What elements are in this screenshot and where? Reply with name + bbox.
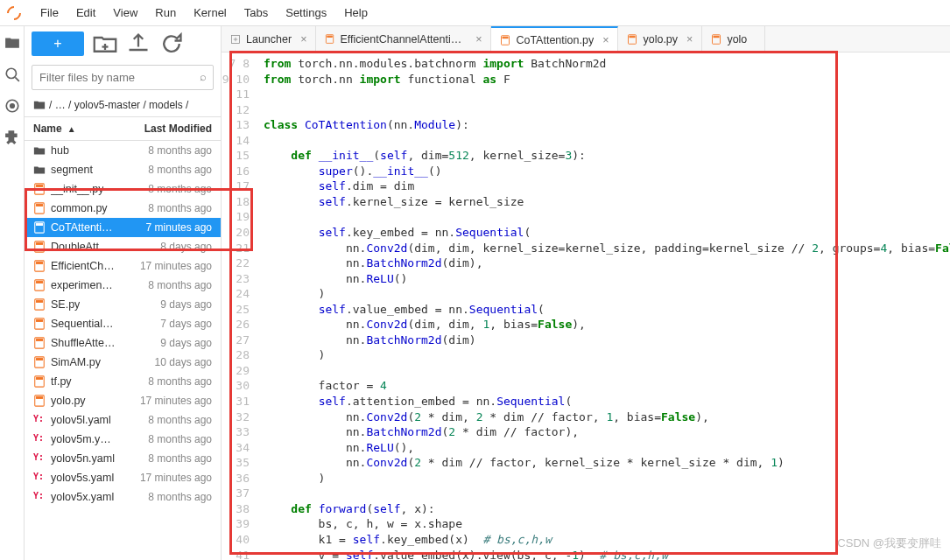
file-modified: 8 months ago — [148, 452, 212, 465]
file-modified: 8 months ago — [148, 144, 212, 157]
file-name: Sequential… — [51, 318, 114, 330]
menu-run[interactable]: Run — [146, 3, 185, 23]
breadcrumb-segment[interactable]: models — [149, 99, 183, 111]
code-editor[interactable]: 7 8 9 10 11 12 13 14 15 16 17 18 19 20 2… — [222, 52, 950, 560]
running-icon[interactable] — [4, 98, 20, 114]
file-list: hub8 months agosegment8 months ago__init… — [25, 141, 221, 560]
menu-help[interactable]: Help — [335, 3, 376, 23]
code-content[interactable]: from torch.nn.modules.batchnorm import B… — [257, 52, 950, 560]
svg-rect-25 — [37, 359, 43, 360]
search-icon[interactable] — [4, 66, 20, 82]
breadcrumb-segment[interactable]: … — [55, 99, 66, 111]
nb-icon — [33, 260, 46, 272]
menu-file[interactable]: File — [32, 3, 67, 23]
file-name: yolov5n.yaml — [51, 452, 115, 465]
file-modified: 8 months ago — [148, 375, 212, 388]
editor-tabs: Launcher×EfficientChannelAttention.py×Co… — [222, 26, 950, 52]
file-name: ShuffleAtte… — [51, 337, 115, 349]
close-icon[interactable]: × — [686, 33, 693, 46]
nb-icon — [33, 375, 46, 388]
file-row[interactable]: tf.py8 months ago — [25, 372, 221, 391]
file-row[interactable]: CoTAttenti…7 minutes ago — [25, 218, 221, 237]
editor-tab[interactable]: Launcher× — [222, 26, 316, 52]
file-modified: 8 months ago — [148, 433, 212, 445]
sidebar-toolbar: + — [25, 26, 221, 61]
file-row[interactable]: Y:yolov5s.yaml17 minutes ago — [25, 468, 221, 487]
file-row[interactable]: SimAM.py10 days ago — [25, 353, 221, 372]
file-list-header[interactable]: Name▲ Last Modified — [25, 117, 221, 141]
file-row[interactable]: Y:yolov5m.y…8 months ago — [25, 430, 221, 449]
file-row[interactable]: EfficientCh…17 minutes ago — [25, 256, 221, 276]
nb-icon — [33, 183, 46, 195]
upload-icon[interactable] — [126, 32, 151, 56]
extensions-icon[interactable] — [4, 130, 20, 145]
nb-icon — [33, 337, 46, 349]
svg-rect-38 — [630, 36, 635, 38]
breadcrumb[interactable]: / … / yolov5-master / models / — [25, 94, 221, 117]
file-row[interactable]: DoubleAtt…8 days ago — [25, 237, 221, 256]
close-icon[interactable]: × — [475, 33, 482, 46]
svg-rect-27 — [37, 378, 43, 380]
nb-icon — [33, 279, 46, 291]
folder-icon[interactable] — [4, 35, 20, 51]
file-row[interactable]: segment8 months ago — [25, 160, 221, 179]
file-name: yolov5s.yaml — [51, 472, 114, 484]
file-row[interactable]: Sequential…7 days ago — [25, 314, 221, 333]
watermark-text: CSDN @我要变胖哇 — [837, 536, 941, 551]
menu-kernel[interactable]: Kernel — [185, 3, 236, 23]
file-modified: 8 days ago — [160, 241, 212, 253]
file-row[interactable]: __init__.py8 months ago — [25, 179, 221, 199]
file-modified: 17 minutes ago — [140, 472, 212, 484]
tab-label: CoTAttention.py — [516, 34, 594, 46]
file-row[interactable]: yolo.py17 minutes ago — [25, 391, 221, 410]
editor-tab[interactable]: CoTAttention.py× — [491, 26, 618, 52]
file-row[interactable]: ShuffleAtte…9 days ago — [25, 333, 221, 353]
file-row[interactable]: hub8 months ago — [25, 141, 221, 160]
folder-icon — [33, 99, 46, 111]
file-name: tf.py — [51, 375, 72, 388]
editor-tab[interactable]: yolo.py× — [618, 26, 702, 52]
file-modified: 9 days ago — [160, 337, 212, 349]
nb-icon — [33, 356, 46, 368]
editor-tab[interactable]: EfficientChannelAttention.py× — [316, 26, 491, 52]
yaml-icon: Y: — [33, 433, 46, 445]
file-row[interactable]: experimen…8 months ago — [25, 276, 221, 295]
menu-settings[interactable]: Settings — [277, 3, 335, 23]
filter-files-input[interactable] — [32, 65, 214, 90]
menu-tabs[interactable]: Tabs — [236, 3, 277, 23]
menu-view[interactable]: View — [104, 3, 146, 23]
nb-icon — [627, 34, 637, 45]
nb-icon — [33, 318, 46, 330]
svg-rect-17 — [37, 282, 43, 284]
file-name: __init__.py — [51, 183, 103, 195]
refresh-icon[interactable] — [159, 32, 184, 56]
file-name: yolov5x.yaml — [51, 491, 114, 503]
svg-rect-9 — [37, 205, 43, 206]
file-row[interactable]: SE.py9 days ago — [25, 295, 221, 314]
menu-edit[interactable]: Edit — [67, 3, 104, 23]
activity-bar — [0, 26, 25, 560]
editor-tab[interactable]: yolo — [702, 26, 765, 52]
svg-rect-19 — [37, 301, 43, 303]
folder-icon — [33, 164, 46, 176]
file-row[interactable]: common.py8 months ago — [25, 199, 221, 218]
file-modified: 8 months ago — [148, 491, 212, 503]
file-modified: 8 months ago — [148, 414, 212, 426]
close-icon[interactable]: × — [602, 34, 609, 46]
svg-rect-34 — [327, 36, 333, 37]
file-modified: 9 days ago — [160, 298, 212, 311]
file-name: yolov5l.yaml — [51, 414, 111, 426]
file-row[interactable]: Y:yolov5l.yaml8 months ago — [25, 410, 221, 430]
file-modified: 7 days ago — [160, 318, 212, 330]
file-row[interactable]: Y:yolov5n.yaml8 months ago — [25, 449, 221, 468]
yaml-icon: Y: — [33, 472, 46, 484]
folder-icon — [33, 144, 46, 157]
tab-label: yolo — [727, 33, 747, 46]
tab-label: EfficientChannelAttention.py — [341, 33, 468, 46]
file-row[interactable]: Y:yolov5x.yaml8 months ago — [25, 487, 221, 507]
file-name: SimAM.py — [51, 356, 101, 368]
new-launcher-button[interactable]: + — [32, 32, 84, 56]
new-folder-icon[interactable] — [93, 32, 117, 56]
close-icon[interactable]: × — [300, 33, 306, 46]
breadcrumb-segment[interactable]: yolov5-master — [74, 99, 140, 111]
